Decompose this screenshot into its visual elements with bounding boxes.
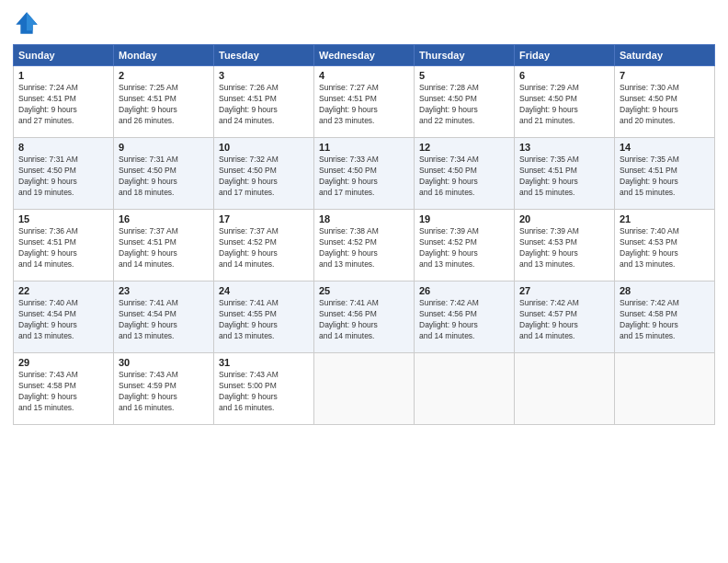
calendar-week-row: 22 Sunrise: 7:40 AM Sunset: 4:54 PM Dayl… <box>14 282 715 353</box>
col-monday: Monday <box>114 45 214 66</box>
day-info: Sunrise: 7:24 AM Sunset: 4:51 PM Dayligh… <box>18 83 108 127</box>
day-info: Sunrise: 7:43 AM Sunset: 5:00 PM Dayligh… <box>219 370 309 414</box>
table-row <box>415 353 515 425</box>
day-info: Sunrise: 7:35 AM Sunset: 4:51 PM Dayligh… <box>620 155 710 199</box>
day-info: Sunrise: 7:40 AM Sunset: 4:54 PM Dayligh… <box>18 298 108 342</box>
day-number: 10 <box>219 142 309 153</box>
table-row: 7 Sunrise: 7:30 AM Sunset: 4:50 PM Dayli… <box>615 66 715 138</box>
table-row: 20 Sunrise: 7:39 AM Sunset: 4:53 PM Dayl… <box>515 210 615 282</box>
day-number: 12 <box>419 142 509 153</box>
table-row <box>515 353 615 425</box>
page: Sunday Monday Tuesday Wednesday Thursday… <box>0 0 728 563</box>
table-row: 18 Sunrise: 7:38 AM Sunset: 4:52 PM Dayl… <box>314 210 415 282</box>
table-row: 23 Sunrise: 7:41 AM Sunset: 4:54 PM Dayl… <box>114 282 214 353</box>
day-info: Sunrise: 7:43 AM Sunset: 4:59 PM Dayligh… <box>119 370 209 414</box>
day-info: Sunrise: 7:37 AM Sunset: 4:51 PM Dayligh… <box>119 226 209 270</box>
day-info: Sunrise: 7:41 AM Sunset: 4:55 PM Dayligh… <box>219 298 309 342</box>
header <box>13 9 715 37</box>
day-info: Sunrise: 7:42 AM Sunset: 4:56 PM Dayligh… <box>419 298 509 342</box>
table-row: 19 Sunrise: 7:39 AM Sunset: 4:52 PM Dayl… <box>415 210 515 282</box>
logo <box>13 9 44 37</box>
day-info: Sunrise: 7:33 AM Sunset: 4:50 PM Dayligh… <box>319 155 409 199</box>
table-row: 16 Sunrise: 7:37 AM Sunset: 4:51 PM Dayl… <box>114 210 214 282</box>
day-info: Sunrise: 7:41 AM Sunset: 4:54 PM Dayligh… <box>119 298 209 342</box>
table-row: 2 Sunrise: 7:25 AM Sunset: 4:51 PM Dayli… <box>114 66 214 138</box>
table-row: 13 Sunrise: 7:35 AM Sunset: 4:51 PM Dayl… <box>515 138 615 210</box>
calendar-week-row: 29 Sunrise: 7:43 AM Sunset: 4:58 PM Dayl… <box>14 353 715 425</box>
table-row: 3 Sunrise: 7:26 AM Sunset: 4:51 PM Dayli… <box>214 66 314 138</box>
calendar-table: Sunday Monday Tuesday Wednesday Thursday… <box>13 44 715 425</box>
day-number: 26 <box>419 285 509 296</box>
day-number: 28 <box>620 285 710 296</box>
table-row: 14 Sunrise: 7:35 AM Sunset: 4:51 PM Dayl… <box>615 138 715 210</box>
table-row: 9 Sunrise: 7:31 AM Sunset: 4:50 PM Dayli… <box>114 138 214 210</box>
day-number: 3 <box>219 70 309 81</box>
day-info: Sunrise: 7:25 AM Sunset: 4:51 PM Dayligh… <box>119 83 209 127</box>
col-tuesday: Tuesday <box>214 45 314 66</box>
table-row: 29 Sunrise: 7:43 AM Sunset: 4:58 PM Dayl… <box>14 353 114 425</box>
calendar-week-row: 15 Sunrise: 7:36 AM Sunset: 4:51 PM Dayl… <box>14 210 715 282</box>
day-info: Sunrise: 7:34 AM Sunset: 4:50 PM Dayligh… <box>419 155 509 199</box>
col-sunday: Sunday <box>14 45 114 66</box>
day-number: 25 <box>319 285 409 296</box>
day-info: Sunrise: 7:41 AM Sunset: 4:56 PM Dayligh… <box>319 298 409 342</box>
calendar-week-row: 8 Sunrise: 7:31 AM Sunset: 4:50 PM Dayli… <box>14 138 715 210</box>
day-number: 1 <box>18 70 108 81</box>
day-info: Sunrise: 7:37 AM Sunset: 4:52 PM Dayligh… <box>219 226 309 270</box>
day-info: Sunrise: 7:35 AM Sunset: 4:51 PM Dayligh… <box>519 155 609 199</box>
table-row: 10 Sunrise: 7:32 AM Sunset: 4:50 PM Dayl… <box>214 138 314 210</box>
day-number: 21 <box>620 213 710 224</box>
day-info: Sunrise: 7:43 AM Sunset: 4:58 PM Dayligh… <box>18 370 108 414</box>
day-info: Sunrise: 7:40 AM Sunset: 4:53 PM Dayligh… <box>620 226 710 270</box>
day-number: 4 <box>319 70 409 81</box>
day-number: 14 <box>620 142 710 153</box>
table-row: 17 Sunrise: 7:37 AM Sunset: 4:52 PM Dayl… <box>214 210 314 282</box>
calendar-week-row: 1 Sunrise: 7:24 AM Sunset: 4:51 PM Dayli… <box>14 66 715 138</box>
day-info: Sunrise: 7:32 AM Sunset: 4:50 PM Dayligh… <box>219 155 309 199</box>
day-info: Sunrise: 7:36 AM Sunset: 4:51 PM Dayligh… <box>18 226 108 270</box>
table-row: 11 Sunrise: 7:33 AM Sunset: 4:50 PM Dayl… <box>314 138 415 210</box>
day-info: Sunrise: 7:26 AM Sunset: 4:51 PM Dayligh… <box>219 83 309 127</box>
day-number: 23 <box>119 285 209 296</box>
table-row: 15 Sunrise: 7:36 AM Sunset: 4:51 PM Dayl… <box>14 210 114 282</box>
table-row: 22 Sunrise: 7:40 AM Sunset: 4:54 PM Dayl… <box>14 282 114 353</box>
day-number: 13 <box>519 142 609 153</box>
day-info: Sunrise: 7:27 AM Sunset: 4:51 PM Dayligh… <box>319 83 409 127</box>
day-number: 7 <box>620 70 710 81</box>
table-row: 30 Sunrise: 7:43 AM Sunset: 4:59 PM Dayl… <box>114 353 214 425</box>
day-number: 2 <box>119 70 209 81</box>
day-number: 29 <box>18 357 108 368</box>
table-row: 27 Sunrise: 7:42 AM Sunset: 4:57 PM Dayl… <box>515 282 615 353</box>
day-number: 9 <box>119 142 209 153</box>
day-number: 22 <box>18 285 108 296</box>
col-saturday: Saturday <box>615 45 715 66</box>
table-row: 24 Sunrise: 7:41 AM Sunset: 4:55 PM Dayl… <box>214 282 314 353</box>
day-info: Sunrise: 7:42 AM Sunset: 4:58 PM Dayligh… <box>620 298 710 342</box>
day-number: 19 <box>419 213 509 224</box>
day-info: Sunrise: 7:31 AM Sunset: 4:50 PM Dayligh… <box>119 155 209 199</box>
day-number: 17 <box>219 213 309 224</box>
table-row: 8 Sunrise: 7:31 AM Sunset: 4:50 PM Dayli… <box>14 138 114 210</box>
logo-icon <box>13 9 40 37</box>
table-row <box>314 353 415 425</box>
day-number: 30 <box>119 357 209 368</box>
day-number: 11 <box>319 142 409 153</box>
day-number: 15 <box>18 213 108 224</box>
col-wednesday: Wednesday <box>314 45 415 66</box>
table-row: 26 Sunrise: 7:42 AM Sunset: 4:56 PM Dayl… <box>415 282 515 353</box>
day-info: Sunrise: 7:31 AM Sunset: 4:50 PM Dayligh… <box>18 155 108 199</box>
calendar-header-row: Sunday Monday Tuesday Wednesday Thursday… <box>14 45 715 66</box>
day-number: 16 <box>119 213 209 224</box>
day-number: 31 <box>219 357 309 368</box>
table-row: 5 Sunrise: 7:28 AM Sunset: 4:50 PM Dayli… <box>415 66 515 138</box>
day-number: 5 <box>419 70 509 81</box>
table-row: 1 Sunrise: 7:24 AM Sunset: 4:51 PM Dayli… <box>14 66 114 138</box>
day-info: Sunrise: 7:39 AM Sunset: 4:53 PM Dayligh… <box>519 226 609 270</box>
table-row <box>615 353 715 425</box>
day-number: 24 <box>219 285 309 296</box>
table-row: 25 Sunrise: 7:41 AM Sunset: 4:56 PM Dayl… <box>314 282 415 353</box>
table-row: 28 Sunrise: 7:42 AM Sunset: 4:58 PM Dayl… <box>615 282 715 353</box>
table-row: 4 Sunrise: 7:27 AM Sunset: 4:51 PM Dayli… <box>314 66 415 138</box>
day-number: 6 <box>519 70 609 81</box>
table-row: 6 Sunrise: 7:29 AM Sunset: 4:50 PM Dayli… <box>515 66 615 138</box>
